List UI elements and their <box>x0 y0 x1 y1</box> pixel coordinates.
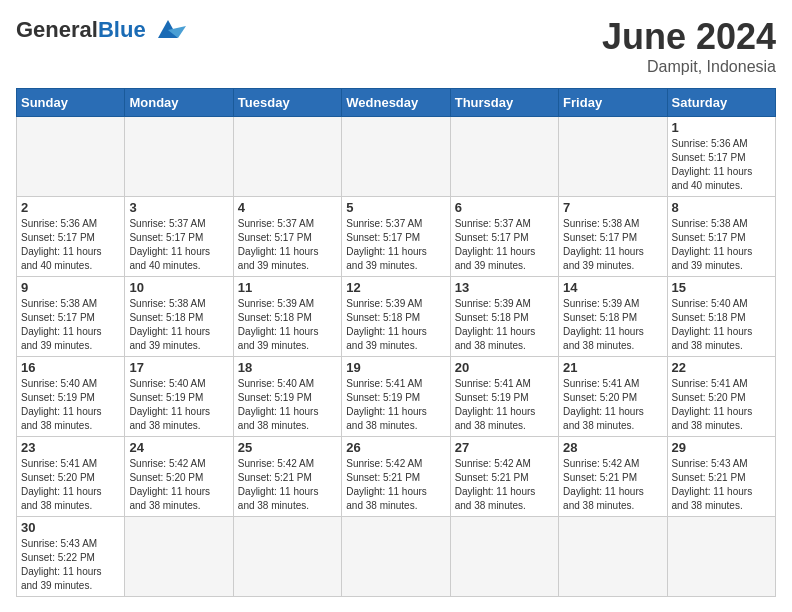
calendar-cell <box>125 517 233 597</box>
day-header-sunday: Sunday <box>17 89 125 117</box>
calendar-cell: 14Sunrise: 5:39 AM Sunset: 5:18 PM Dayli… <box>559 277 667 357</box>
day-info: Sunrise: 5:43 AM Sunset: 5:22 PM Dayligh… <box>21 537 120 593</box>
day-number: 2 <box>21 200 120 215</box>
day-header-tuesday: Tuesday <box>233 89 341 117</box>
day-info: Sunrise: 5:40 AM Sunset: 5:19 PM Dayligh… <box>238 377 337 433</box>
calendar-cell: 15Sunrise: 5:40 AM Sunset: 5:18 PM Dayli… <box>667 277 775 357</box>
day-number: 18 <box>238 360 337 375</box>
day-info: Sunrise: 5:41 AM Sunset: 5:20 PM Dayligh… <box>672 377 771 433</box>
day-info: Sunrise: 5:40 AM Sunset: 5:19 PM Dayligh… <box>129 377 228 433</box>
day-info: Sunrise: 5:37 AM Sunset: 5:17 PM Dayligh… <box>346 217 445 273</box>
day-number: 7 <box>563 200 662 215</box>
day-number: 22 <box>672 360 771 375</box>
day-info: Sunrise: 5:41 AM Sunset: 5:19 PM Dayligh… <box>346 377 445 433</box>
day-number: 21 <box>563 360 662 375</box>
day-info: Sunrise: 5:37 AM Sunset: 5:17 PM Dayligh… <box>129 217 228 273</box>
day-number: 16 <box>21 360 120 375</box>
day-number: 23 <box>21 440 120 455</box>
day-number: 30 <box>21 520 120 535</box>
day-number: 8 <box>672 200 771 215</box>
calendar-cell: 4Sunrise: 5:37 AM Sunset: 5:17 PM Daylig… <box>233 197 341 277</box>
calendar-cell: 22Sunrise: 5:41 AM Sunset: 5:20 PM Dayli… <box>667 357 775 437</box>
day-info: Sunrise: 5:36 AM Sunset: 5:17 PM Dayligh… <box>21 217 120 273</box>
calendar-cell: 13Sunrise: 5:39 AM Sunset: 5:18 PM Dayli… <box>450 277 558 357</box>
calendar-cell: 25Sunrise: 5:42 AM Sunset: 5:21 PM Dayli… <box>233 437 341 517</box>
calendar-header-row: SundayMondayTuesdayWednesdayThursdayFrid… <box>17 89 776 117</box>
calendar-week-row: 30Sunrise: 5:43 AM Sunset: 5:22 PM Dayli… <box>17 517 776 597</box>
day-number: 26 <box>346 440 445 455</box>
calendar-cell <box>342 117 450 197</box>
calendar-cell <box>233 117 341 197</box>
calendar-cell: 26Sunrise: 5:42 AM Sunset: 5:21 PM Dayli… <box>342 437 450 517</box>
day-number: 29 <box>672 440 771 455</box>
logo-icon <box>150 16 186 44</box>
calendar-week-row: 2Sunrise: 5:36 AM Sunset: 5:17 PM Daylig… <box>17 197 776 277</box>
calendar-cell: 3Sunrise: 5:37 AM Sunset: 5:17 PM Daylig… <box>125 197 233 277</box>
day-info: Sunrise: 5:39 AM Sunset: 5:18 PM Dayligh… <box>238 297 337 353</box>
day-number: 27 <box>455 440 554 455</box>
day-info: Sunrise: 5:38 AM Sunset: 5:17 PM Dayligh… <box>563 217 662 273</box>
calendar-cell: 10Sunrise: 5:38 AM Sunset: 5:18 PM Dayli… <box>125 277 233 357</box>
calendar-cell <box>342 517 450 597</box>
day-number: 15 <box>672 280 771 295</box>
calendar-cell: 23Sunrise: 5:41 AM Sunset: 5:20 PM Dayli… <box>17 437 125 517</box>
calendar-cell: 2Sunrise: 5:36 AM Sunset: 5:17 PM Daylig… <box>17 197 125 277</box>
day-number: 17 <box>129 360 228 375</box>
day-info: Sunrise: 5:38 AM Sunset: 5:18 PM Dayligh… <box>129 297 228 353</box>
calendar-cell <box>667 517 775 597</box>
calendar-cell <box>450 117 558 197</box>
day-info: Sunrise: 5:39 AM Sunset: 5:18 PM Dayligh… <box>346 297 445 353</box>
logo-blue: Blue <box>98 17 146 43</box>
day-header-wednesday: Wednesday <box>342 89 450 117</box>
day-info: Sunrise: 5:40 AM Sunset: 5:18 PM Dayligh… <box>672 297 771 353</box>
calendar-cell: 5Sunrise: 5:37 AM Sunset: 5:17 PM Daylig… <box>342 197 450 277</box>
day-number: 13 <box>455 280 554 295</box>
calendar-cell: 28Sunrise: 5:42 AM Sunset: 5:21 PM Dayli… <box>559 437 667 517</box>
day-info: Sunrise: 5:42 AM Sunset: 5:21 PM Dayligh… <box>346 457 445 513</box>
day-info: Sunrise: 5:41 AM Sunset: 5:20 PM Dayligh… <box>563 377 662 433</box>
day-info: Sunrise: 5:36 AM Sunset: 5:17 PM Dayligh… <box>672 137 771 193</box>
day-info: Sunrise: 5:39 AM Sunset: 5:18 PM Dayligh… <box>563 297 662 353</box>
day-info: Sunrise: 5:38 AM Sunset: 5:17 PM Dayligh… <box>672 217 771 273</box>
calendar-cell: 21Sunrise: 5:41 AM Sunset: 5:20 PM Dayli… <box>559 357 667 437</box>
calendar-cell: 11Sunrise: 5:39 AM Sunset: 5:18 PM Dayli… <box>233 277 341 357</box>
day-info: Sunrise: 5:37 AM Sunset: 5:17 PM Dayligh… <box>238 217 337 273</box>
title-area: June 2024 Dampit, Indonesia <box>602 16 776 76</box>
day-number: 28 <box>563 440 662 455</box>
day-info: Sunrise: 5:42 AM Sunset: 5:21 PM Dayligh… <box>455 457 554 513</box>
calendar-cell <box>17 117 125 197</box>
calendar-cell: 24Sunrise: 5:42 AM Sunset: 5:20 PM Dayli… <box>125 437 233 517</box>
calendar-cell: 7Sunrise: 5:38 AM Sunset: 5:17 PM Daylig… <box>559 197 667 277</box>
page-header: General Blue June 2024 Dampit, Indonesia <box>16 16 776 76</box>
day-number: 5 <box>346 200 445 215</box>
location-subtitle: Dampit, Indonesia <box>602 58 776 76</box>
calendar-cell <box>450 517 558 597</box>
day-info: Sunrise: 5:43 AM Sunset: 5:21 PM Dayligh… <box>672 457 771 513</box>
day-number: 10 <box>129 280 228 295</box>
day-number: 4 <box>238 200 337 215</box>
calendar-cell <box>559 517 667 597</box>
calendar-cell: 8Sunrise: 5:38 AM Sunset: 5:17 PM Daylig… <box>667 197 775 277</box>
calendar-cell: 20Sunrise: 5:41 AM Sunset: 5:19 PM Dayli… <box>450 357 558 437</box>
calendar-cell: 6Sunrise: 5:37 AM Sunset: 5:17 PM Daylig… <box>450 197 558 277</box>
day-header-saturday: Saturday <box>667 89 775 117</box>
calendar-cell: 9Sunrise: 5:38 AM Sunset: 5:17 PM Daylig… <box>17 277 125 357</box>
calendar-cell: 29Sunrise: 5:43 AM Sunset: 5:21 PM Dayli… <box>667 437 775 517</box>
calendar-week-row: 16Sunrise: 5:40 AM Sunset: 5:19 PM Dayli… <box>17 357 776 437</box>
day-number: 20 <box>455 360 554 375</box>
calendar-cell <box>559 117 667 197</box>
calendar-cell: 30Sunrise: 5:43 AM Sunset: 5:22 PM Dayli… <box>17 517 125 597</box>
logo-general: General <box>16 17 98 43</box>
calendar-cell: 18Sunrise: 5:40 AM Sunset: 5:19 PM Dayli… <box>233 357 341 437</box>
calendar-table: SundayMondayTuesdayWednesdayThursdayFrid… <box>16 88 776 597</box>
day-number: 6 <box>455 200 554 215</box>
day-info: Sunrise: 5:39 AM Sunset: 5:18 PM Dayligh… <box>455 297 554 353</box>
calendar-cell <box>233 517 341 597</box>
day-info: Sunrise: 5:40 AM Sunset: 5:19 PM Dayligh… <box>21 377 120 433</box>
calendar-week-row: 23Sunrise: 5:41 AM Sunset: 5:20 PM Dayli… <box>17 437 776 517</box>
day-info: Sunrise: 5:42 AM Sunset: 5:21 PM Dayligh… <box>563 457 662 513</box>
logo: General Blue <box>16 16 186 44</box>
calendar-cell: 16Sunrise: 5:40 AM Sunset: 5:19 PM Dayli… <box>17 357 125 437</box>
day-header-thursday: Thursday <box>450 89 558 117</box>
calendar-cell: 12Sunrise: 5:39 AM Sunset: 5:18 PM Dayli… <box>342 277 450 357</box>
